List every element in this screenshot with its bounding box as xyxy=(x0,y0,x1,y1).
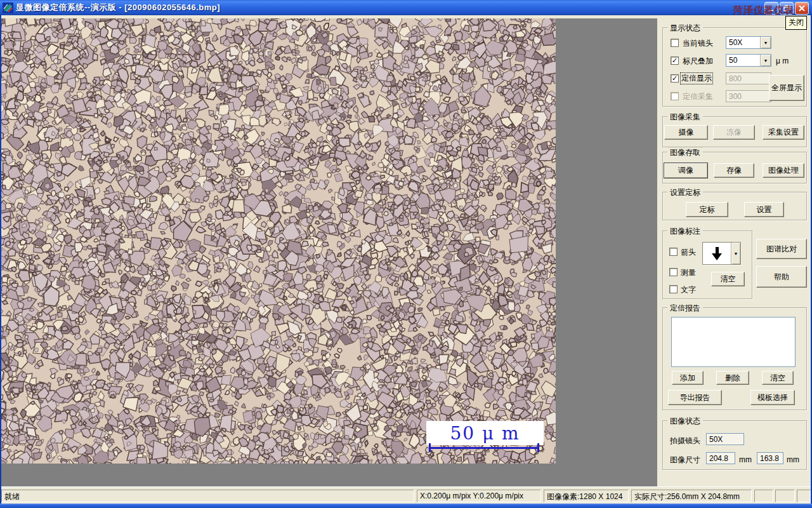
vendor-watermark: 菏泽仪器仪表 xyxy=(733,4,794,17)
scalebar-line xyxy=(429,447,539,449)
report-listbox[interactable] xyxy=(671,317,796,367)
status-image-pixels: 图像像素:1280 X 1024 xyxy=(544,490,629,502)
window-title: 显微图像定倍系统--演示版 - [20090602055646.bmp] xyxy=(16,2,220,13)
group-title: 定倍报告 xyxy=(667,303,703,314)
scale-overlay-label: 标尺叠加 xyxy=(683,56,713,67)
status-pixel-scale: X:0.200μ m/pix Y:0.200μ m/pix xyxy=(417,490,541,502)
group-title: 图像采集 xyxy=(667,112,703,123)
shooting-lens-field: 50X xyxy=(706,433,744,445)
close-button[interactable] xyxy=(795,2,809,15)
image-size-label: 图像尺寸 xyxy=(670,455,700,465)
status-empty-2 xyxy=(775,490,795,502)
group-report: 定倍报告 添加 删除 清空 导出报告 模板选择 xyxy=(662,307,807,410)
group-title: 图像存取 xyxy=(667,147,703,158)
height-unit-label: mm xyxy=(787,455,799,464)
scale-unit-label: μ m xyxy=(776,57,789,65)
fixed-capture-label: 定倍采集 xyxy=(683,91,713,102)
scalebar-text: 50 μ m xyxy=(450,423,520,444)
report-clear-button[interactable]: 清空 xyxy=(762,371,794,385)
group-title: 图像标注 xyxy=(667,226,703,237)
scale-overlay-checkbox[interactable]: ✓ xyxy=(671,57,679,65)
chevron-down-icon[interactable]: ▼ xyxy=(731,243,740,264)
shooting-lens-label: 拍摄镜头 xyxy=(670,436,700,446)
window-border-left xyxy=(0,15,1,504)
arrow-checkbox[interactable] xyxy=(669,248,678,256)
down-arrow-icon xyxy=(712,247,722,260)
scalebar-tick-right xyxy=(537,443,539,452)
group-calibration: 设置定标 定标 设置 xyxy=(662,192,807,220)
template-select-button[interactable]: 模板选择 xyxy=(750,390,795,405)
group-capture: 图像采集 摄像 冻像 采集设置 xyxy=(662,116,807,147)
fixed-display-label: 定倍显示 xyxy=(681,73,712,84)
report-delete-button[interactable]: 删除 xyxy=(716,371,749,385)
capture-settings-button[interactable]: 采集设置 xyxy=(763,125,804,140)
load-image-button[interactable]: 调像 xyxy=(664,163,708,178)
text-label: 文字 xyxy=(681,284,696,295)
text-checkbox[interactable] xyxy=(669,285,678,293)
image-width-field: 204.8 xyxy=(706,452,735,464)
fixed-display-field: 800 xyxy=(726,72,771,84)
taskbar-edge[interactable] xyxy=(0,504,812,508)
image-viewport: 50 μ m xyxy=(1,18,657,486)
help-button[interactable]: 帮助 xyxy=(756,266,807,288)
current-lens-select[interactable]: 50X ▼ xyxy=(726,36,771,49)
status-actual-size: 实际尺寸:256.0mm X 204.8mm xyxy=(631,490,752,502)
scalebar-overlay: 50 μ m xyxy=(426,421,544,445)
close-icon xyxy=(799,5,805,11)
save-image-button[interactable]: 存像 xyxy=(714,163,754,178)
freeze-button: 冻像 xyxy=(713,125,755,140)
fixed-display-checkbox[interactable]: ✓ xyxy=(671,74,679,83)
image-process-button[interactable]: 图像处理 xyxy=(763,163,804,178)
scalebar-tick-left xyxy=(429,443,431,452)
group-title: 图像状态 xyxy=(667,416,703,427)
image-height-field: 163.8 xyxy=(757,452,783,464)
current-lens-label: 当前镜头 xyxy=(683,38,713,49)
measure-checkbox[interactable] xyxy=(669,268,678,276)
arrow-style-select[interactable]: ▼ xyxy=(702,242,741,265)
annotation-clear-button[interactable]: 清空 xyxy=(711,272,745,286)
export-report-button[interactable]: 导出报告 xyxy=(668,390,722,405)
group-title: 显示状态 xyxy=(667,23,703,34)
status-empty-3 xyxy=(797,490,811,502)
fixed-capture-field: 300 xyxy=(726,90,771,102)
app-icon xyxy=(3,3,13,13)
group-storage: 图像存取 调像 存像 图像处理 xyxy=(662,152,807,184)
shoot-button[interactable]: 摄像 xyxy=(664,125,708,140)
statusbar: 就绪 X:0.200μ m/pix Y:0.200μ m/pix 图像像素:12… xyxy=(0,486,812,504)
group-image-status: 图像状态 拍摄镜头 50X 图像尺寸 204.8 mm 163.8 mm xyxy=(662,420,807,470)
fullscreen-button[interactable]: 全屏显示 xyxy=(769,75,804,101)
status-ready: 就绪 xyxy=(1,490,414,502)
calibrate-button[interactable]: 定标 xyxy=(686,202,728,217)
report-add-button[interactable]: 添加 xyxy=(672,371,704,385)
scale-overlay-select[interactable]: 50 ▼ xyxy=(726,54,771,67)
fixed-capture-checkbox xyxy=(671,92,679,100)
group-annotation: 图像标注 箭头 ▼ 测量 文字 清空 xyxy=(662,231,752,299)
micrograph-image[interactable] xyxy=(1,18,556,464)
app-window: 显微图像定倍系统--演示版 - [20090602055646.bmp] 菏泽仪… xyxy=(0,0,812,508)
calibration-settings-button[interactable]: 设置 xyxy=(744,202,784,217)
close-tooltip: 关闭 xyxy=(785,16,807,30)
status-empty-1 xyxy=(754,490,773,502)
titlebar[interactable]: 显微图像定倍系统--演示版 - [20090602055646.bmp] xyxy=(0,0,812,15)
chevron-down-icon[interactable]: ▼ xyxy=(760,37,771,48)
width-unit-label: mm xyxy=(739,455,752,464)
arrow-label: 箭头 xyxy=(681,247,696,258)
group-display-status: 显示状态 当前镜头 50X ▼ ✓ 标尺叠加 50 ▼ μ m ✓ 定倍显示 8… xyxy=(662,27,807,107)
measure-label: 测量 xyxy=(681,267,696,278)
current-lens-checkbox[interactable] xyxy=(671,39,679,47)
group-title: 设置定标 xyxy=(667,187,703,198)
chevron-down-icon[interactable]: ▼ xyxy=(760,55,771,66)
atlas-compare-button[interactable]: 图谱比对 xyxy=(756,239,807,259)
